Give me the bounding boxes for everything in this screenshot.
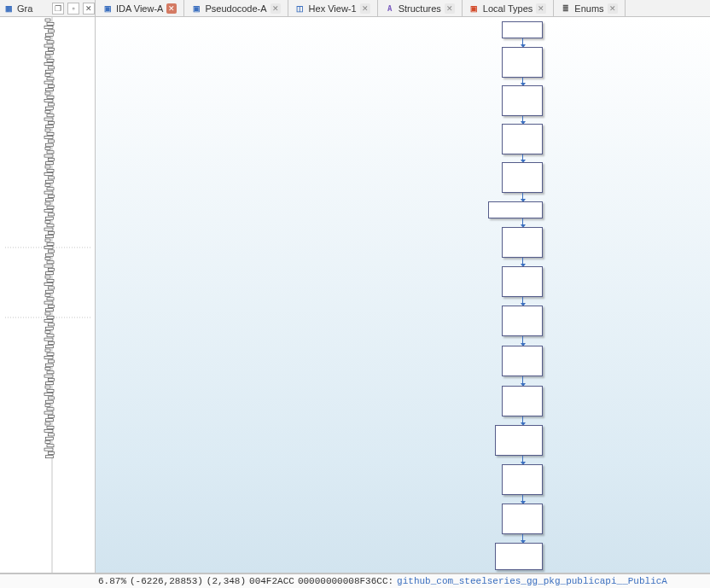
graph-edge (522, 416, 523, 423)
graph-node[interactable] (502, 21, 543, 38)
status-offset: 004F2ACC (247, 576, 296, 586)
tab-hex-view[interactable]: ◫ Hex View-1 ✕ (288, 0, 378, 16)
svg-rect-93 (45, 349, 50, 352)
graph-node[interactable] (502, 227, 543, 258)
svg-rect-49 (47, 188, 54, 190)
svg-rect-40 (44, 154, 53, 157)
close-icon[interactable]: ✕ (608, 3, 618, 14)
svg-rect-24 (47, 96, 54, 98)
svg-rect-32 (46, 125, 54, 128)
tab-label: Structures (399, 3, 441, 14)
graph-node[interactable] (502, 162, 543, 193)
svg-rect-98 (45, 368, 50, 370)
graph-node[interactable] (502, 386, 543, 416)
ida-graph-view[interactable] (96, 17, 710, 573)
enums-icon: ≣ (561, 3, 571, 14)
status-bar: 6.87% (-6226,28853) (2,348) 004F2ACC 000… (0, 573, 710, 588)
struct-icon: A (385, 3, 395, 14)
close-icon[interactable]: ✕ (166, 3, 177, 14)
svg-rect-17 (46, 70, 54, 73)
svg-rect-55 (44, 210, 53, 212)
graph-node[interactable] (502, 124, 543, 154)
tab-label: Hex View-1 (309, 3, 357, 14)
tab-structures[interactable]: A Structures ✕ (378, 0, 463, 16)
overview-close-button[interactable]: ✕ (83, 3, 95, 15)
svg-rect-37 (46, 143, 54, 146)
svg-rect-110 (44, 411, 53, 414)
svg-rect-35 (44, 137, 53, 139)
svg-rect-80 (44, 301, 53, 304)
overview-restore-button[interactable]: ❐ (52, 3, 64, 15)
graph-node[interactable] (495, 425, 543, 456)
pseudocode-icon: ▣ (191, 3, 201, 14)
graph-node[interactable] (502, 464, 543, 495)
tab-ida-view[interactable]: ▣ IDA View-A ✕ (96, 0, 184, 16)
svg-rect-53 (45, 202, 50, 205)
graph-edge (522, 258, 523, 265)
svg-rect-44 (47, 169, 54, 172)
svg-rect-15 (44, 63, 53, 66)
svg-rect-42 (46, 162, 54, 165)
svg-rect-99 (47, 371, 54, 374)
svg-rect-100 (44, 375, 53, 377)
svg-rect-117 (46, 437, 54, 440)
svg-rect-102 (46, 382, 54, 385)
close-icon[interactable]: ✕ (360, 3, 370, 14)
close-icon[interactable]: ✕ (536, 3, 546, 14)
graph-node[interactable] (502, 306, 543, 336)
graph-node[interactable] (502, 346, 543, 376)
status-symbol: github_com_steelseries_gg_pkg_publicapi_… (395, 576, 669, 586)
svg-rect-103 (45, 386, 50, 388)
tab-local-types[interactable]: ▣ Local Types ✕ (463, 0, 555, 16)
svg-rect-122 (46, 456, 54, 458)
graph-node[interactable] (502, 47, 543, 78)
svg-rect-31 (49, 121, 55, 124)
svg-rect-21 (49, 84, 55, 87)
graph-node[interactable] (502, 266, 543, 297)
svg-rect-29 (47, 114, 54, 117)
graph-node[interactable] (488, 201, 543, 218)
overview-tab-label: Gra (17, 3, 32, 14)
svg-rect-41 (49, 158, 55, 160)
svg-rect-121 (49, 451, 55, 454)
svg-rect-107 (46, 400, 54, 403)
svg-rect-92 (46, 346, 54, 348)
tab-enums[interactable]: ≣ Enums ✕ (554, 0, 625, 16)
svg-rect-48 (45, 184, 50, 187)
svg-rect-28 (45, 111, 50, 114)
svg-rect-68 (45, 258, 50, 260)
graph-edge (522, 495, 523, 502)
graph-node[interactable] (502, 85, 543, 116)
svg-rect-73 (45, 276, 50, 278)
svg-rect-77 (46, 290, 54, 293)
svg-rect-82 (46, 309, 54, 311)
svg-rect-3 (45, 19, 50, 21)
main-panel (0, 17, 710, 573)
graph-edge (522, 78, 523, 84)
overview-pin-button[interactable]: ▫ (67, 3, 79, 15)
close-icon[interactable]: ✕ (271, 3, 281, 14)
svg-rect-112 (46, 419, 54, 422)
svg-rect-83 (45, 312, 50, 315)
tab-bar: ▦ Gra ❐ ▫ ✕ ▣ IDA View-A ✕ ▣ Pseudocode-… (0, 0, 710, 17)
svg-rect-64 (47, 242, 54, 245)
graph-edge (522, 116, 523, 122)
svg-rect-95 (44, 357, 53, 359)
svg-rect-97 (46, 364, 54, 366)
svg-rect-20 (44, 81, 53, 84)
graph-edge (522, 336, 523, 344)
svg-rect-45 (44, 173, 53, 176)
svg-rect-26 (49, 103, 55, 106)
close-icon[interactable]: ✕ (445, 3, 455, 14)
svg-rect-52 (46, 199, 54, 201)
svg-rect-58 (45, 221, 50, 224)
svg-rect-25 (44, 100, 53, 102)
svg-rect-65 (44, 247, 53, 249)
svg-rect-38 (45, 148, 50, 150)
svg-rect-91 (49, 341, 55, 344)
tab-pseudocode[interactable]: ▣ Pseudocode-A ✕ (184, 0, 288, 16)
graph-overview-panel[interactable] (0, 17, 96, 573)
graph-node[interactable] (502, 504, 543, 534)
graph-node[interactable] (495, 543, 543, 570)
tab-label: IDA View-A (116, 3, 163, 14)
